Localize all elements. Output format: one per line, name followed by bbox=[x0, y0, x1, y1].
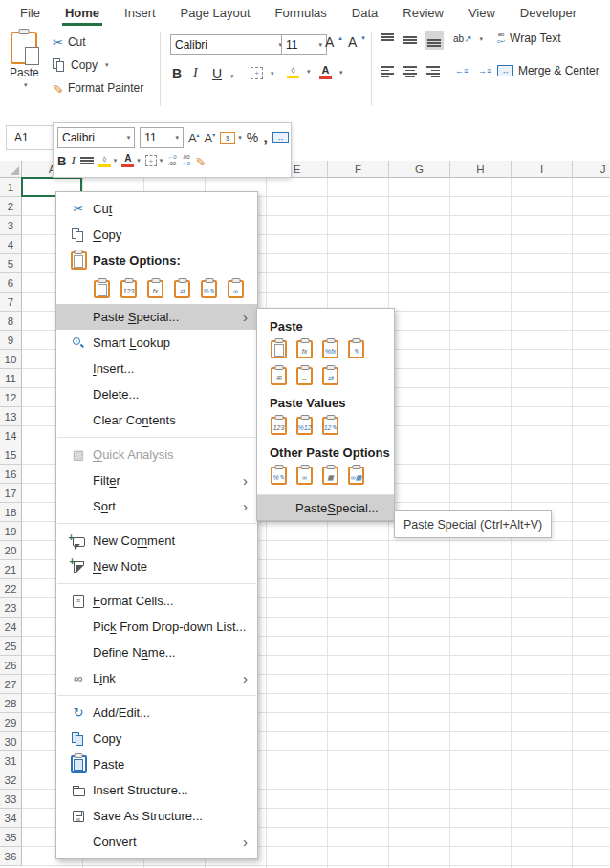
mini-increase-decimal-button[interactable]: ←0.00 bbox=[167, 154, 176, 166]
font-size-select[interactable]: 11▾ bbox=[281, 34, 327, 55]
bottom-align-button[interactable] bbox=[425, 31, 444, 50]
row-header-33[interactable]: 33 bbox=[0, 790, 22, 809]
row-header-31[interactable]: 31 bbox=[0, 751, 22, 770]
menu-item-delete[interactable]: Delete... bbox=[56, 381, 257, 407]
mini-font-name-select[interactable]: Calibri▾ bbox=[57, 127, 135, 148]
format-painter-button[interactable]: ✎ Format Painter bbox=[53, 81, 143, 95]
row-header-21[interactable]: 21 bbox=[0, 560, 22, 579]
row-header-15[interactable]: 15 bbox=[0, 445, 22, 465]
merge-center-button[interactable]: ↔ Merge & Center bbox=[497, 64, 599, 77]
column-header-f[interactable]: F bbox=[328, 161, 389, 178]
copy-dropdown-arrow[interactable]: ▾ bbox=[105, 61, 109, 69]
align-right-button[interactable] bbox=[426, 66, 440, 77]
row-header-12[interactable]: 12 bbox=[0, 388, 22, 407]
column-header-i[interactable]: I bbox=[512, 161, 573, 178]
fill-color-dropdown-arrow[interactable]: ▾ bbox=[307, 68, 311, 76]
menu-item-paste-options[interactable]: Paste Options: bbox=[56, 248, 257, 273]
mini-percent-style-button[interactable]: % bbox=[247, 130, 258, 145]
row-header-8[interactable]: 8 bbox=[0, 312, 22, 331]
paste-button[interactable]: Paste ▾ bbox=[10, 32, 39, 89]
menu-item-insert-structure[interactable]: Insert Structure... bbox=[56, 777, 257, 803]
transpose-paste-icon[interactable]: ⇄ bbox=[322, 367, 338, 385]
row-header-29[interactable]: 29 bbox=[0, 713, 22, 732]
menu-item-paste-special[interactable]: Paste Special...› bbox=[56, 304, 257, 330]
formatting-paste-icon[interactable]: %✎ bbox=[271, 467, 287, 485]
mini-font-size-select[interactable]: 11▾ bbox=[140, 127, 184, 148]
accounting-dropdown-arrow[interactable]: ▾ bbox=[238, 134, 242, 141]
paste-link-paste-icon[interactable]: ∞ bbox=[296, 467, 313, 485]
decrease-indent-button[interactable]: ←≡ bbox=[455, 66, 468, 76]
align-left-button[interactable] bbox=[381, 66, 394, 77]
row-header-11[interactable]: 11 bbox=[0, 369, 22, 388]
linked-picture-paste-icon[interactable]: ∞▦ bbox=[348, 467, 364, 485]
row-header-18[interactable]: 18 bbox=[0, 503, 22, 522]
borders-button[interactable]: +▾ bbox=[251, 67, 274, 79]
menu-item-save-as-structure[interactable]: Save As Structure... bbox=[56, 803, 257, 829]
row-header-19[interactable]: 19 bbox=[0, 522, 22, 541]
row-header-36[interactable]: 36 bbox=[0, 847, 22, 866]
column-header-g[interactable]: G bbox=[389, 161, 450, 178]
cut-button[interactable]: ✂ Cut bbox=[53, 35, 86, 49]
tab-page-layout[interactable]: Page Layout bbox=[168, 0, 263, 26]
mini-decrease-decimal-button[interactable]: .00→0 bbox=[182, 154, 190, 166]
top-align-button[interactable] bbox=[381, 33, 394, 47]
mini-decrease-font-button[interactable]: A▾ bbox=[205, 131, 216, 145]
row-header-17[interactable]: 17 bbox=[0, 484, 22, 503]
formatting-paste-icon[interactable]: %✎ bbox=[201, 280, 217, 298]
mini-borders-dropdown-arrow[interactable]: ▾ bbox=[160, 157, 163, 164]
row-header-5[interactable]: 5 bbox=[0, 254, 22, 273]
submenu-paste-special-item[interactable]: Paste Special... bbox=[257, 494, 394, 520]
mini-italic-button[interactable]: I bbox=[71, 153, 75, 168]
menu-item-copy[interactable]: Copy bbox=[56, 726, 257, 751]
orientation-dropdown-arrow[interactable]: ▾ bbox=[480, 35, 484, 43]
no-borders-paste-icon[interactable]: ⊞ bbox=[271, 367, 287, 385]
decrease-font-size-button[interactable]: A▾ bbox=[348, 34, 365, 50]
menu-item-clear-contents[interactable]: Clear Contents bbox=[56, 407, 257, 433]
menu-item-format-cells[interactable]: ≡Format Cells... bbox=[56, 588, 257, 614]
menu-item-add-edit[interactable]: ↻Add/Edit... bbox=[56, 700, 257, 726]
menu-item-new-comment[interactable]: New Comment bbox=[56, 528, 257, 553]
tab-data[interactable]: Data bbox=[339, 0, 390, 26]
row-header-10[interactable]: 10 bbox=[0, 350, 22, 369]
row-headers[interactable]: 1234567891011121314151617181920212223242… bbox=[0, 178, 22, 866]
row-header-22[interactable]: 22 bbox=[0, 579, 22, 598]
values-number-formatting-paste-icon[interactable]: %12 bbox=[296, 417, 313, 435]
column-header-h[interactable]: H bbox=[450, 161, 512, 178]
mini-borders-button[interactable]: +▾ bbox=[145, 155, 163, 166]
tab-file[interactable]: File bbox=[8, 0, 53, 26]
row-header-4[interactable]: 4 bbox=[0, 235, 22, 254]
values-paste-icon[interactable]: 123 bbox=[120, 280, 137, 298]
menu-item-insert[interactable]: Insert... bbox=[56, 356, 257, 381]
paste-paste-icon[interactable] bbox=[94, 280, 110, 298]
bold-button[interactable]: B bbox=[172, 66, 182, 81]
tab-review[interactable]: Review bbox=[390, 0, 456, 26]
tab-home[interactable]: Home bbox=[53, 0, 112, 26]
borders-dropdown-arrow[interactable]: ▾ bbox=[271, 70, 274, 77]
italic-button[interactable]: I bbox=[193, 66, 198, 81]
row-header-30[interactable]: 30 bbox=[0, 732, 22, 751]
menu-item-paste[interactable]: Paste bbox=[56, 751, 257, 777]
row-header-32[interactable]: 32 bbox=[0, 770, 22, 790]
mini-fill-color-button[interactable]: ⬨▾ bbox=[98, 155, 118, 167]
orientation-button[interactable]: ab↗▾ bbox=[453, 33, 483, 44]
mini-align-button[interactable] bbox=[80, 156, 94, 166]
row-header-24[interactable]: 24 bbox=[0, 618, 22, 637]
menu-item-new-note[interactable]: New Note bbox=[56, 553, 257, 579]
formulas-paste-icon[interactable]: fx bbox=[296, 340, 313, 358]
mini-accounting-format-button[interactable]: $▾ bbox=[220, 132, 242, 144]
mini-fill-dropdown-arrow[interactable]: ▾ bbox=[114, 157, 118, 164]
row-header-9[interactable]: 9 bbox=[0, 331, 22, 350]
menu-item-copy[interactable]: Copy bbox=[56, 222, 257, 248]
menu-item-link[interactable]: ∞Link› bbox=[56, 665, 257, 691]
font-name-select[interactable]: Calibri▾ bbox=[170, 34, 287, 55]
row-header-3[interactable]: 3 bbox=[0, 216, 22, 235]
font-color-button[interactable]: A ▾ bbox=[319, 65, 343, 79]
select-all-corner[interactable] bbox=[0, 161, 22, 178]
tab-developer[interactable]: Developer bbox=[508, 0, 589, 26]
underline-dropdown-arrow[interactable]: ▾ bbox=[230, 73, 234, 80]
row-header-2[interactable]: 2 bbox=[0, 197, 22, 216]
mini-font-color-dropdown-arrow[interactable]: ▾ bbox=[137, 157, 141, 164]
mini-bold-button[interactable]: B bbox=[57, 154, 66, 168]
row-header-13[interactable]: 13 bbox=[0, 407, 22, 426]
row-header-26[interactable]: 26 bbox=[0, 656, 22, 675]
